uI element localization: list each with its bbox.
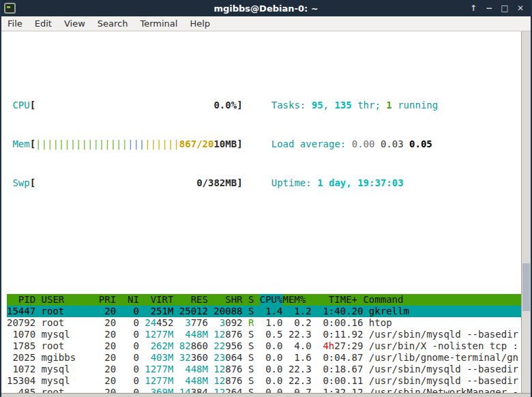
menu-edit[interactable]: Edit xyxy=(29,17,58,30)
cell-res: 25012 xyxy=(179,306,208,317)
cell-user: root xyxy=(42,317,93,329)
cell-cpu: 0.0 xyxy=(260,364,283,375)
cpu-meter-label: CPU xyxy=(12,99,29,112)
cell-pri: 20 xyxy=(99,364,116,375)
cell-user: mgibbs xyxy=(42,352,93,364)
cell-shr: 12876 xyxy=(213,375,242,387)
column-header-time[interactable]: TIME+ xyxy=(312,294,357,306)
cpu-meter-bar: 0.0% xyxy=(35,99,237,112)
cell-shr: 12264 xyxy=(213,387,242,393)
swp-meter-label: Swp xyxy=(12,177,29,190)
cell-command: /usr/sbin/NetworkManager - xyxy=(369,387,521,393)
cell-command: /usr/sbin/mysqld --basedir xyxy=(369,329,521,340)
swp-meter-value: 0/382MB xyxy=(196,177,237,190)
cell-pid: 1070 xyxy=(7,329,35,340)
process-row[interactable]: 15304mysql2001277M448M12876S0.022.30:00.… xyxy=(7,375,521,387)
process-row[interactable]: 2025mgibbs200403M3236023064S0.01.60:04.8… xyxy=(7,352,521,364)
cell-res: 448M xyxy=(179,364,208,375)
cell-virt: 1277M xyxy=(145,364,173,375)
process-row[interactable]: 485root200369M1438412264S0.00.71:32.12/u… xyxy=(7,387,521,393)
cell-res: 3776 xyxy=(179,317,208,329)
window-resize-edge[interactable] xyxy=(1,393,531,397)
menu-terminal[interactable]: Terminal xyxy=(134,17,183,30)
cell-cpu: 0.0 xyxy=(260,352,283,364)
cell-ni: 0 xyxy=(122,352,139,364)
cell-pid: 15304 xyxy=(7,375,35,387)
column-header-state[interactable]: S xyxy=(248,294,254,306)
cell-shr: 22956 xyxy=(213,340,242,352)
column-header-res[interactable]: RES xyxy=(179,294,208,306)
cell-state: S xyxy=(248,352,254,364)
cell-virt: 262M xyxy=(145,340,173,352)
uptime-value: 1 day, 19:37:03 xyxy=(317,177,403,188)
column-header-shr[interactable]: SHR xyxy=(213,294,242,306)
swp-meter: Swp[0/382MB] xyxy=(12,177,242,190)
meters-column: CPU[0.0%] Mem[|||||||||||||||||||||||||8… xyxy=(7,73,243,216)
cell-time: 0:11.92 xyxy=(317,329,363,340)
menu-help[interactable]: Help xyxy=(183,17,216,30)
scrollbar-thumb[interactable] xyxy=(522,263,530,311)
close-button[interactable]: ✕ xyxy=(516,3,525,13)
shade-button[interactable]: ↑ xyxy=(469,3,478,13)
load-1min: 0.00 xyxy=(352,138,381,149)
cell-user: mysql xyxy=(42,375,93,387)
process-row[interactable]: 1072mysql2001277M448M12876S0.022.30:18.6… xyxy=(7,364,521,375)
mem-used-segment: |||||||||||||||| xyxy=(35,138,128,149)
cell-cpu: 0.0 xyxy=(260,387,283,393)
cell-cpu: 0.0 xyxy=(260,340,283,352)
cell-ni: 0 xyxy=(122,375,139,387)
process-row[interactable]: 1070mysql2001277M448M12876S0.522.30:11.9… xyxy=(7,329,521,340)
process-row[interactable]: 15447root200251M2501220088S1.41.21:40.20… xyxy=(7,306,521,317)
cell-user: root xyxy=(42,306,93,317)
column-header-mem[interactable]: MEM% xyxy=(282,294,306,306)
cell-command: gkrellm xyxy=(369,306,521,317)
cell-state: S xyxy=(248,329,254,340)
menu-file[interactable]: File xyxy=(1,17,29,30)
process-table: PIDUSERPRINIVIRTRESSHRSCPU%MEM%TIME+Comm… xyxy=(7,294,521,393)
title-bar: mgibbs@Debian-0: ~ ↑−□✕ xyxy=(1,0,531,16)
cell-time: 4h27:29 xyxy=(317,340,363,352)
mem-meter-bars: ||||||||||||||||||||||||| xyxy=(35,138,179,151)
scrollbar[interactable] xyxy=(521,31,531,393)
mem-cache-segment: |||||| xyxy=(145,138,179,149)
cell-shr: 23064 xyxy=(213,352,242,364)
minimize-button[interactable]: − xyxy=(484,3,494,13)
cell-user: mysql xyxy=(42,364,93,375)
cell-mem: 22.3 xyxy=(289,375,312,387)
cell-state: R xyxy=(248,317,254,329)
column-header-user[interactable]: USER xyxy=(42,294,93,306)
menu-view[interactable]: View xyxy=(58,17,91,30)
column-header-virt[interactable]: VIRT xyxy=(145,294,173,306)
mem-meter: Mem[|||||||||||||||||||||||||867/2010MB] xyxy=(12,138,242,151)
cell-time: 0:04.87 xyxy=(317,352,363,364)
cpu-meter: CPU[0.0%] xyxy=(12,99,242,112)
cell-mem: 1.2 xyxy=(289,306,312,317)
process-row[interactable]: 20792root2002445237763092R1.00.20:00.16h… xyxy=(7,317,521,329)
cell-pid: 15447 xyxy=(7,306,35,317)
cell-ni: 0 xyxy=(122,387,139,393)
cell-time: 1:40.20 xyxy=(317,306,363,317)
cell-virt: 24452 xyxy=(145,317,173,329)
maximize-button[interactable]: □ xyxy=(500,3,509,13)
cell-ni: 0 xyxy=(122,329,139,340)
cell-pri: 20 xyxy=(99,329,116,340)
swp-meter-bar: 0/382MB xyxy=(35,177,237,190)
cell-pri: 20 xyxy=(99,317,116,329)
tasks-count: 95 xyxy=(312,100,323,111)
cell-pri: 20 xyxy=(99,306,116,317)
cell-ni: 0 xyxy=(122,340,139,352)
column-header-ni[interactable]: NI xyxy=(122,294,139,306)
column-header-pri[interactable]: PRI xyxy=(99,294,116,306)
column-header-command[interactable]: Command xyxy=(363,294,521,306)
cell-state: S xyxy=(248,306,254,317)
cell-time: 0:00.16 xyxy=(317,317,363,329)
cell-command: /usr/lib/gnome-terminal/gn xyxy=(369,352,521,364)
cell-command: /usr/bin/X -nolisten tcp : xyxy=(369,340,521,352)
column-header-pid[interactable]: PID xyxy=(7,294,35,306)
process-row[interactable]: 1785root200262M8286022956S0.04.04h27:29/… xyxy=(7,340,521,352)
menu-search[interactable]: Search xyxy=(91,17,134,30)
stats-column: Tasks: 95, 135 thr; 1 running Load avera… xyxy=(271,73,438,216)
htop-header-area: CPU[0.0%] Mem[|||||||||||||||||||||||||8… xyxy=(7,73,521,216)
cell-shr: 12876 xyxy=(213,364,242,375)
column-header-cpu[interactable]: CPU% xyxy=(260,294,283,306)
